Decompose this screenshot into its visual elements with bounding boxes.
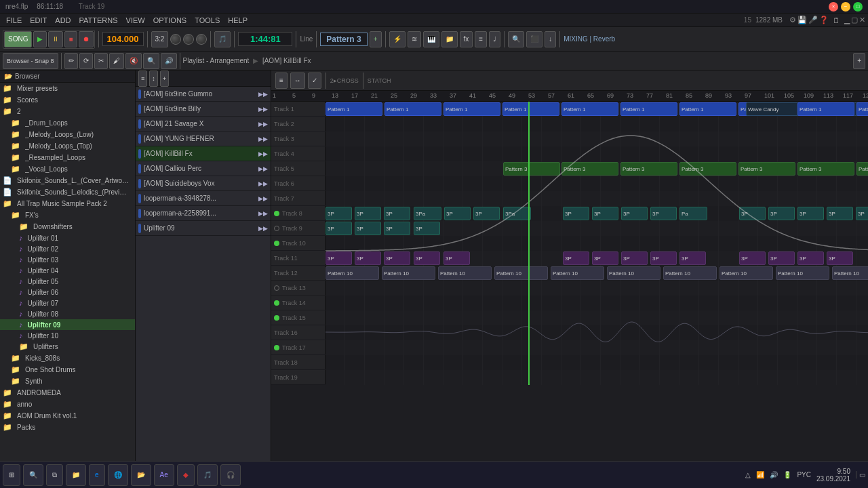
- track-content-5[interactable]: [326, 176, 868, 191]
- channel-rack-menu[interactable]: ≡: [138, 70, 147, 87]
- track-content-9[interactable]: [326, 236, 868, 251]
- sidebar-item-uplifter03[interactable]: ♪Uplifter 03: [0, 254, 135, 265]
- channel-rack-add[interactable]: +: [160, 70, 169, 87]
- arr-tool1[interactable]: ≡: [275, 73, 288, 89]
- pattern-block-10-6[interactable]: 3P: [592, 251, 618, 265]
- zoom-in-btn[interactable]: 🔍: [508, 31, 524, 47]
- pattern-block-10-3[interactable]: 3P: [414, 251, 440, 265]
- sidebar-item-mixer-presets[interactable]: 📁Mixer presets: [0, 83, 135, 94]
- pattern-block-7-6[interactable]: 3Pa: [503, 207, 531, 220]
- pattern-block-10-11[interactable]: 3P: [768, 251, 795, 265]
- pattern-block-4-5[interactable]: Pattern 3: [797, 162, 854, 176]
- track-content-17[interactable]: [326, 355, 868, 370]
- sidebar-item-andromeda[interactable]: 📁ANDROMEDA: [0, 387, 135, 399]
- track-content-7[interactable]: 3P3P3P3Pa3P3P3Pa3P3P3P3PPa3P3P3P3P3P3P3P: [326, 206, 868, 221]
- pattern-block-4-4[interactable]: Pattern 3: [738, 162, 795, 176]
- pattern-block-0-0[interactable]: Pattern 1: [326, 102, 382, 116]
- pattern-block-7-15[interactable]: 3P: [827, 207, 853, 220]
- sidebar-item-melody-low[interactable]: 📁_Melody_Loops_(Low): [0, 129, 135, 140]
- sidebar-item-resampled[interactable]: 📁_Resampled_Loops: [0, 152, 135, 163]
- pattern-block-10-12[interactable]: 3P: [797, 251, 824, 265]
- explorer-btn[interactable]: 📁: [66, 464, 86, 486]
- track-content-10[interactable]: 3P3P3P3P3P3P3P3P3P3P3P3P3P3P: [326, 251, 868, 266]
- track-content-0[interactable]: Pattern 1Pattern 1Pattern 1Pattern 1Patt…: [326, 102, 868, 117]
- channel-rack-sort[interactable]: ↕: [149, 70, 158, 87]
- help-icon[interactable]: ❓: [819, 16, 829, 24]
- pattern-block-7-0[interactable]: 3P: [326, 207, 352, 220]
- pattern-block-11-5[interactable]: Pattern 10: [607, 266, 660, 280]
- sidebar-item-uplifter04[interactable]: ♪Uplifter 04: [0, 265, 135, 276]
- track-content-14[interactable]: [326, 310, 868, 325]
- pattern-block-7-2[interactable]: 3P: [384, 207, 410, 220]
- pattern-block-8-3[interactable]: 3P: [414, 222, 440, 235]
- sidebar-item-scores[interactable]: 📁Scores: [0, 94, 135, 106]
- tempo-knob[interactable]: [196, 34, 207, 45]
- pattern-block-0-1[interactable]: Pattern 1: [384, 102, 441, 116]
- pattern-block-0-2[interactable]: Pattern 1: [443, 102, 500, 116]
- pattern-block-11-1[interactable]: Pattern 10: [382, 266, 435, 280]
- pause-btn[interactable]: ⏸: [48, 31, 63, 47]
- sidebar-item-skifonix-cover[interactable]: 📄Skifonix_Sounds_L._(Cover_Artwork): [0, 175, 135, 186]
- sidebar-item-all-trap[interactable]: 📁All Trap Music Sample Pack 2: [0, 198, 135, 209]
- sidebar-item-skifonix-preview[interactable]: 📄Skifonix_Sounds_L.elodics_(Preview): [0, 186, 135, 198]
- sidebar-item-uplifter02[interactable]: ♪Uplifter 02: [0, 243, 135, 254]
- master-pitch-knob[interactable]: [183, 34, 194, 45]
- sidebar-item-anno[interactable]: 📁anno: [0, 399, 135, 410]
- minimize-btn[interactable]: −: [841, 2, 850, 12]
- pattern-block-7-1[interactable]: 3P: [355, 207, 381, 220]
- save-icon[interactable]: 💾: [797, 16, 807, 24]
- tool-paint[interactable]: 🖌: [109, 53, 124, 69]
- pattern-block-11-6[interactable]: Pattern 10: [663, 266, 717, 280]
- sidebar-item-uplifter10[interactable]: ♪Uplifter 10: [0, 330, 135, 341]
- channel-item-6[interactable]: [AOM] Suicideboys Vox▶▶: [136, 176, 271, 191]
- pattern-block-11-8[interactable]: Pattern 10: [776, 266, 829, 280]
- pattern-block-7-13[interactable]: 3P: [768, 207, 795, 220]
- ae-btn[interactable]: Ae: [154, 464, 174, 486]
- track-content-16[interactable]: [326, 340, 868, 355]
- track-content-15[interactable]: [326, 325, 868, 340]
- tool-mute[interactable]: 🔇: [125, 53, 142, 69]
- sidebar-item-uplifter05[interactable]: ♪Uplifter 05: [0, 276, 135, 287]
- edge-btn[interactable]: e: [89, 464, 105, 486]
- app5-btn[interactable]: ◆: [177, 464, 195, 486]
- sidebar-item-kicks808s[interactable]: 📁Kicks_808s: [0, 352, 135, 364]
- menu-edit[interactable]: EDIT: [26, 16, 50, 25]
- channel-item-7[interactable]: looperman-a-3948278...▶▶: [136, 191, 271, 206]
- channel-item-2[interactable]: [AOM] 21 Savage X▶▶: [136, 117, 271, 131]
- tool-draw[interactable]: ✏: [64, 53, 78, 69]
- channel-item-0[interactable]: [AOM] 6ix9ine Gummo▶▶: [136, 87, 271, 102]
- track-content-12[interactable]: [326, 281, 868, 296]
- tool-vol[interactable]: 🔊: [161, 53, 177, 69]
- record-btn[interactable]: ⏺: [79, 31, 94, 47]
- track-content-4[interactable]: Pattern 3Pattern 3Pattern 3Pattern 3Patt…: [326, 161, 868, 176]
- sidebar-item-uplifters[interactable]: 📁Uplifters: [0, 341, 135, 352]
- pattern-block-10-5[interactable]: 3P: [563, 251, 589, 265]
- master-vol-knob[interactable]: [170, 34, 181, 45]
- pattern-block-7-4[interactable]: 3P: [444, 207, 471, 220]
- show-desktop-btn[interactable]: ▭: [856, 471, 865, 479]
- pattern-block-4-3[interactable]: Pattern 3: [679, 162, 736, 176]
- time-sig-btn[interactable]: 3:2: [151, 31, 169, 47]
- close-window-icon[interactable]: ✕: [859, 16, 865, 24]
- menu-file[interactable]: FILE: [3, 16, 25, 25]
- track-content-3[interactable]: [326, 146, 868, 161]
- pattern-block-10-8[interactable]: 3P: [650, 251, 677, 265]
- channel-item-5[interactable]: [AOM] Calliou Perc▶▶: [136, 161, 271, 176]
- pattern-block-11-9[interactable]: Pattern 10: [832, 266, 868, 280]
- tool-select[interactable]: ⟳: [79, 53, 93, 69]
- close-btn[interactable]: ×: [829, 2, 838, 12]
- track-content-18[interactable]: [326, 370, 868, 385]
- pattern-display[interactable]: Pattern 3: [320, 33, 367, 46]
- pattern-add-btn[interactable]: +: [370, 31, 382, 47]
- piano-roll-btn[interactable]: ♩: [489, 31, 500, 47]
- channel-item-8[interactable]: looperman-a-2258991...▶▶: [136, 206, 271, 221]
- sidebar-item-melody-top[interactable]: 📁_Melody_Loops_(Top): [0, 140, 135, 152]
- sidebar-item-synth[interactable]: 📁Synth: [0, 375, 135, 387]
- sidebar-item-uplifter07[interactable]: ♪Uplifter 07: [0, 298, 135, 308]
- tool-cut[interactable]: ✂: [94, 53, 108, 69]
- pattern-block-0-10[interactable]: Pattern 1: [856, 102, 868, 116]
- search-btn[interactable]: 🔍: [23, 464, 43, 486]
- cpu-icon[interactable]: ⚙: [789, 16, 796, 24]
- pattern-block-11-2[interactable]: Pattern 10: [438, 266, 492, 280]
- sidebar-item-aom-drum[interactable]: 📁AOM Drum Kit vol.1: [0, 410, 135, 422]
